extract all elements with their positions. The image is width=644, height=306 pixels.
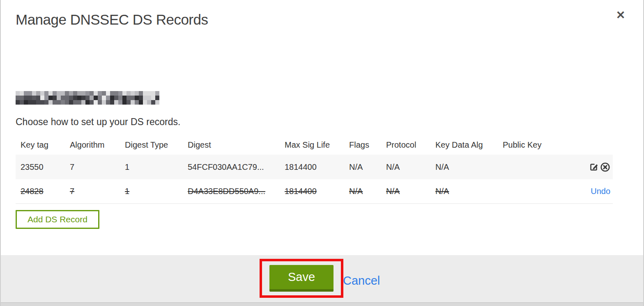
cell-digest-type: 1 bbox=[120, 187, 183, 196]
instruction-text: Choose how to set up your DS records. bbox=[16, 116, 180, 128]
undo-link[interactable]: Undo bbox=[591, 187, 610, 196]
cell-algorithm: 7 bbox=[65, 187, 120, 196]
column-header-flags: Flags bbox=[344, 140, 381, 150]
cell-digest-type: 1 bbox=[120, 162, 183, 172]
save-button[interactable]: Save bbox=[269, 265, 334, 292]
page-title: Manage DNSSEC DS Records bbox=[16, 11, 208, 28]
column-header-digest: Digest bbox=[183, 140, 280, 150]
edit-icon[interactable] bbox=[589, 162, 599, 172]
cell-protocol: N/A bbox=[381, 187, 430, 196]
cell-digest: D4A33E8DD550A9... bbox=[183, 187, 280, 196]
cell-flags: N/A bbox=[344, 187, 381, 196]
cell-key-tag: 23550 bbox=[16, 162, 65, 172]
cell-protocol: N/A bbox=[381, 162, 430, 172]
cell-flags: N/A bbox=[344, 162, 381, 172]
row-actions bbox=[574, 162, 613, 172]
redacted-domain-pixelation bbox=[16, 91, 159, 105]
ds-records-table: Key tag Algorithm Digest Type Digest Max… bbox=[16, 135, 613, 204]
column-header-public-key: Public Key bbox=[498, 140, 574, 150]
column-header-digest-type: Digest Type bbox=[120, 140, 183, 150]
row-actions: Undo bbox=[574, 187, 613, 196]
add-ds-record-button[interactable]: Add DS Record bbox=[16, 210, 99, 229]
cell-key-tag: 24828 bbox=[16, 187, 65, 196]
close-icon[interactable]: ✕ bbox=[614, 8, 628, 22]
cell-key-data-alg: N/A bbox=[430, 187, 498, 196]
column-header-max-sig-life: Max Sig Life bbox=[280, 140, 344, 150]
column-header-algorithm: Algorithm bbox=[65, 140, 120, 150]
cell-key-data-alg: N/A bbox=[430, 162, 498, 172]
cell-max-sig-life: 1814400 bbox=[280, 187, 344, 196]
cell-digest: 54FCF030AA1C79... bbox=[183, 162, 280, 172]
cancel-link[interactable]: Cancel bbox=[343, 274, 380, 288]
save-highlight-annotation: Save bbox=[260, 259, 343, 298]
cell-algorithm: 7 bbox=[65, 162, 120, 172]
column-header-key-data-alg: Key Data Alg bbox=[430, 140, 498, 150]
table-header-row: Key tag Algorithm Digest Type Digest Max… bbox=[16, 135, 613, 155]
column-header-key-tag: Key tag bbox=[16, 140, 65, 150]
column-header-protocol: Protocol bbox=[381, 140, 430, 150]
window-bottom-edge bbox=[1, 302, 643, 306]
table-row: 23550 7 1 54FCF030AA1C79... 1814400 N/A … bbox=[16, 155, 613, 179]
cell-max-sig-life: 1814400 bbox=[280, 162, 344, 172]
delete-icon[interactable] bbox=[600, 162, 610, 172]
table-row-deleted: 24828 7 1 D4A33E8DD550A9... 1814400 N/A … bbox=[16, 179, 613, 204]
